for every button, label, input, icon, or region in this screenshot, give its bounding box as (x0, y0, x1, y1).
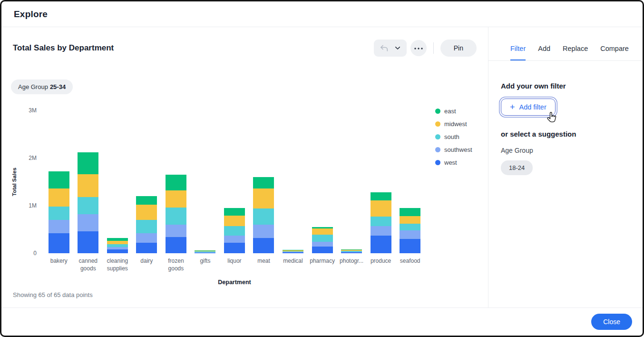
chevron-down-icon[interactable] (394, 45, 401, 51)
bar-segment-west[interactable] (312, 247, 333, 253)
legend-item-west[interactable]: west (435, 159, 472, 166)
legend-label: south (444, 133, 459, 140)
stacked-bar-seafood[interactable] (400, 208, 420, 253)
age-group-filter-chip[interactable]: Age Group25-34 (11, 79, 73, 94)
stacked-bar-cleaning-supplies[interactable] (107, 238, 128, 253)
bar-segment-west[interactable] (166, 237, 186, 253)
bar-segment-midwest[interactable] (78, 174, 98, 197)
x-axis-labels: bakerycanned goodscleaning suppliesdairy… (44, 258, 425, 272)
stacked-bar-produce[interactable] (371, 192, 391, 253)
bar-segment-southwest[interactable] (166, 225, 186, 237)
undo-icon[interactable] (380, 44, 389, 52)
bar-segment-east[interactable] (371, 192, 391, 200)
main-content: Total Sales by Department (1, 27, 643, 307)
bar-segment-midwest[interactable] (400, 216, 420, 224)
panel-body: Add your own filter + Add filter or sele… (488, 61, 643, 175)
bar-segment-west[interactable] (224, 243, 245, 253)
bar-segment-west[interactable] (49, 233, 69, 253)
bar-segment-southwest[interactable] (224, 236, 245, 243)
undo-menu-control[interactable] (374, 40, 407, 57)
plus-icon: + (510, 104, 515, 110)
bar-segment-south[interactable] (371, 217, 391, 226)
bar-segment-south[interactable] (253, 208, 274, 225)
x-tick-label: produce (366, 258, 396, 272)
bar-segment-south[interactable] (166, 208, 186, 225)
stacked-bar-dairy[interactable] (136, 196, 157, 253)
stacked-bar-bakery[interactable] (49, 171, 69, 253)
stacked-bar-pharmacy[interactable] (312, 227, 333, 253)
close-button[interactable]: Close (591, 314, 632, 330)
viz-toolbar: Pin (374, 40, 477, 57)
bar-segment-east[interactable] (224, 208, 245, 216)
bar-column (395, 110, 425, 253)
bar-segment-midwest[interactable] (49, 188, 69, 207)
bar-segment-west[interactable] (107, 249, 128, 253)
bar-segment-west[interactable] (341, 252, 362, 253)
legend-dot (435, 109, 440, 114)
bar-segment-east[interactable] (136, 196, 157, 205)
stacked-bar-gifts[interactable] (195, 250, 215, 253)
bar-segment-southwest[interactable] (371, 226, 391, 236)
bar-column (366, 110, 396, 253)
bar-segment-east[interactable] (49, 171, 69, 188)
bar-segment-southwest[interactable] (49, 220, 69, 233)
bar-segment-midwest[interactable] (224, 216, 245, 226)
bar-segment-west[interactable] (283, 252, 303, 253)
bar-segment-south[interactable] (312, 235, 333, 242)
bar-segment-midwest[interactable] (166, 190, 186, 208)
legend-dot (435, 121, 440, 127)
tab-add[interactable]: Add (538, 38, 550, 60)
bar-segment-south[interactable] (224, 226, 245, 236)
stacked-bar-meat[interactable] (253, 177, 274, 253)
bar-segment-south[interactable] (136, 220, 157, 233)
bar-segment-southwest[interactable] (136, 233, 157, 243)
stacked-bar-chart: Total Sales 3M2M1M0 bakerycanned goodscl… (10, 110, 488, 286)
legend-item-southwest[interactable]: southwest (435, 146, 472, 153)
bar-segment-west[interactable] (136, 243, 157, 253)
bar-segment-southwest[interactable] (400, 230, 420, 239)
pin-button[interactable]: Pin (440, 40, 477, 57)
footer-bar: Close (1, 307, 643, 336)
legend-item-midwest[interactable]: midwest (435, 120, 472, 128)
stacked-bar-frozen-goods[interactable] (166, 175, 186, 253)
bar-column (191, 110, 220, 253)
tab-compare[interactable]: Compare (600, 38, 629, 60)
bar-segment-south[interactable] (400, 224, 420, 230)
stacked-bar-canned-goods[interactable] (78, 152, 98, 253)
bar-segment-southwest[interactable] (78, 214, 98, 231)
bar-segment-east[interactable] (400, 208, 420, 216)
bar-segment-midwest[interactable] (136, 205, 157, 220)
bar-segment-west[interactable] (371, 236, 391, 253)
bar-segment-midwest[interactable] (107, 241, 128, 244)
bar-segment-west[interactable] (195, 253, 215, 253)
bar-segment-west[interactable] (78, 231, 98, 253)
legend-item-east[interactable]: east (435, 108, 472, 115)
suggestion-chip[interactable]: 18-24 (501, 160, 533, 175)
bar-segment-midwest[interactable] (312, 228, 333, 235)
legend-label: east (444, 108, 456, 115)
plot-area (44, 110, 425, 253)
tab-replace[interactable]: Replace (563, 38, 588, 60)
more-options-button[interactable] (410, 40, 427, 56)
legend-dot (435, 147, 440, 152)
stacked-bar-liquor[interactable] (224, 208, 245, 253)
stacked-bar-photogr-[interactable] (341, 249, 362, 253)
bar-segment-east[interactable] (78, 152, 98, 174)
bar-segment-west[interactable] (400, 239, 420, 253)
bar-segment-midwest[interactable] (253, 188, 274, 208)
bar-segment-southwest[interactable] (312, 242, 333, 247)
x-tick-label: bakery (44, 258, 74, 272)
bar-segment-southwest[interactable] (253, 225, 274, 238)
bar-segment-east[interactable] (166, 175, 186, 190)
bar-segment-west[interactable] (253, 238, 274, 253)
bar-segment-east[interactable] (253, 177, 274, 188)
tab-filter[interactable]: Filter (510, 38, 526, 60)
stacked-bar-medical[interactable] (283, 250, 303, 253)
y-tick-label: 1M (29, 202, 37, 209)
bar-segment-midwest[interactable] (371, 200, 391, 217)
bar-column (278, 110, 308, 253)
legend-item-south[interactable]: south (435, 133, 472, 140)
bar-segment-south[interactable] (78, 197, 98, 214)
x-tick-label: seafood (395, 258, 425, 272)
bar-segment-south[interactable] (49, 207, 69, 220)
